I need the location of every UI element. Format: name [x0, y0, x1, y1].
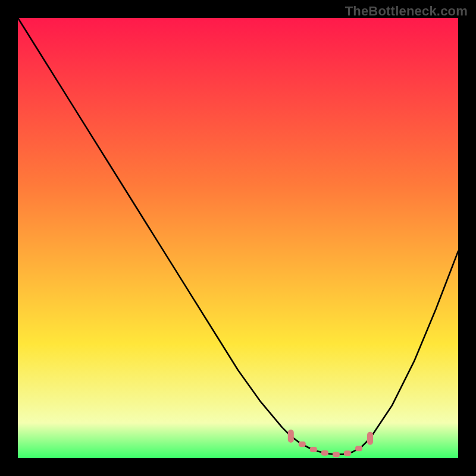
flat-region-endcap [367, 432, 373, 445]
flat-region-dash [344, 450, 351, 456]
chart-frame: TheBottleneck.com [0, 0, 476, 476]
flat-region-dash [299, 441, 306, 447]
gradient-background [18, 18, 458, 458]
flat-region-dash [310, 447, 317, 452]
flat-region-dash [321, 450, 328, 456]
flat-region-dash [355, 446, 362, 451]
plot-area [18, 18, 458, 458]
flat-region-dash [333, 452, 340, 458]
watermark-text: TheBottleneck.com [345, 4, 468, 19]
plot-svg [18, 18, 458, 458]
flat-region-endcap [288, 430, 294, 443]
